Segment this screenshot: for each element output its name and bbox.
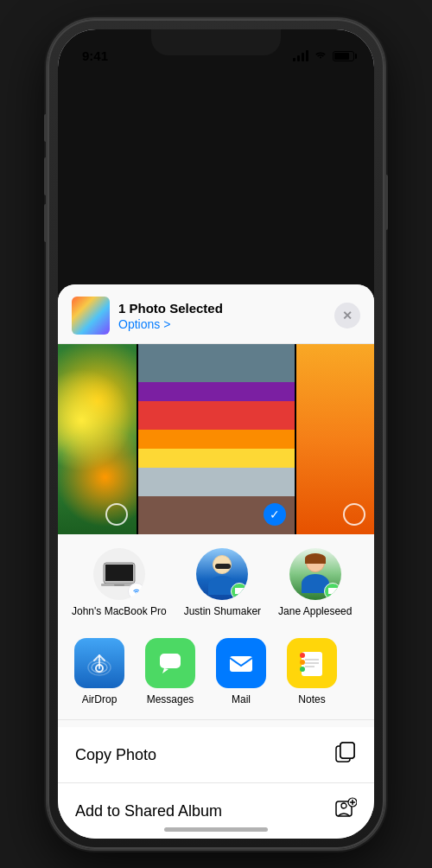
- options-link[interactable]: Options >: [118, 317, 223, 331]
- add-shared-album-icon: [334, 797, 357, 825]
- contact-jane[interactable]: Jane Appleseed: [278, 548, 352, 619]
- select-check-center[interactable]: ✓: [264, 503, 286, 526]
- messages-label: Messages: [147, 693, 194, 705]
- app-notes[interactable]: Notes: [284, 638, 340, 705]
- notes-label: Notes: [298, 693, 325, 705]
- app-mail[interactable]: Mail: [213, 638, 269, 705]
- justin-name: Justin Shumaker: [184, 605, 261, 619]
- screen-content: 1 Photo Selected Options > ✕: [58, 29, 374, 839]
- add-shared-album-label: Add to Shared Album: [75, 802, 222, 820]
- photo-strip-container: 1 Photo Selected Options > ✕: [58, 284, 374, 839]
- message-icon-small-2: [327, 587, 338, 596]
- home-indicator: [164, 827, 268, 832]
- wifi-small-icon: [131, 587, 142, 596]
- battery-icon: [333, 51, 357, 61]
- select-circle-left[interactable]: [105, 503, 128, 526]
- airdrop-wifi-badge: [128, 583, 145, 600]
- message-icon-small: [234, 587, 245, 596]
- status-icons: [293, 49, 357, 62]
- jane-name: Jane Appleseed: [278, 605, 352, 619]
- share-sheet: 1 Photo Selected Options > ✕: [58, 284, 374, 839]
- app-messages[interactable]: Messages: [143, 638, 198, 705]
- jane-message-badge: [324, 583, 341, 600]
- svg-rect-7: [160, 654, 181, 668]
- app-airdrop[interactable]: AirDrop: [72, 638, 127, 705]
- header-title: 1 Photo Selected: [118, 301, 223, 316]
- sheet-header: 1 Photo Selected Options > ✕: [58, 284, 374, 344]
- justin-avatar: [196, 548, 248, 600]
- svg-rect-19: [340, 743, 354, 758]
- notch: [151, 29, 281, 55]
- apps-row: AirDrop Messages: [58, 629, 374, 720]
- airdrop-label: AirDrop: [82, 693, 118, 705]
- photo-item-art[interactable]: ✓: [138, 344, 295, 534]
- svg-point-21: [341, 803, 346, 808]
- svg-rect-9: [230, 656, 252, 672]
- macbook-name: John's MacBook Pro: [72, 605, 167, 619]
- wifi-icon: [314, 49, 327, 62]
- volume-down-button[interactable]: [44, 204, 48, 242]
- selected-photo-thumbnail: [72, 297, 110, 335]
- airdrop-icon-svg: [85, 648, 114, 678]
- copy-photo-row[interactable]: Copy Photo: [58, 727, 374, 783]
- photo-item-yellow[interactable]: [296, 344, 375, 534]
- close-button[interactable]: ✕: [334, 303, 360, 329]
- messages-icon-svg: [156, 648, 185, 678]
- mail-label: Mail: [232, 693, 251, 705]
- copy-photo-label: Copy Photo: [75, 746, 156, 764]
- action-rows: Copy Photo Add to Shared Album: [58, 727, 374, 839]
- svg-rect-3: [114, 584, 124, 586]
- photo-item-flowers[interactable]: [58, 344, 137, 534]
- svg-point-14: [300, 653, 305, 658]
- phone-screen: 9:41: [58, 29, 374, 839]
- notes-icon-svg: [297, 648, 327, 678]
- svg-rect-1: [105, 565, 133, 581]
- justin-message-badge: [231, 583, 248, 600]
- contacts-row: John's MacBook Pro: [58, 534, 374, 629]
- shared-album-icon-svg: [334, 797, 357, 820]
- svg-point-16: [300, 667, 305, 672]
- copy-photo-icon: [334, 741, 357, 769]
- svg-marker-8: [162, 668, 168, 673]
- contact-macbook-pro[interactable]: John's MacBook Pro: [72, 548, 167, 619]
- status-time: 9:41: [82, 49, 108, 62]
- jane-avatar: [289, 548, 341, 600]
- header-text: 1 Photo Selected Options >: [118, 301, 223, 331]
- silent-button[interactable]: [44, 114, 48, 142]
- macbook-avatar: [93, 548, 145, 600]
- photo-gallery: ✓: [58, 344, 374, 534]
- svg-point-15: [300, 660, 305, 665]
- header-left: 1 Photo Selected Options >: [72, 297, 223, 335]
- mail-icon-svg: [226, 648, 256, 678]
- volume-up-button[interactable]: [44, 157, 48, 195]
- copy-icon-svg: [334, 741, 357, 763]
- power-button[interactable]: [384, 175, 388, 230]
- phone-frame: 9:41: [48, 19, 384, 849]
- contact-justin[interactable]: Justin Shumaker: [184, 548, 261, 619]
- signal-icon: [293, 50, 308, 61]
